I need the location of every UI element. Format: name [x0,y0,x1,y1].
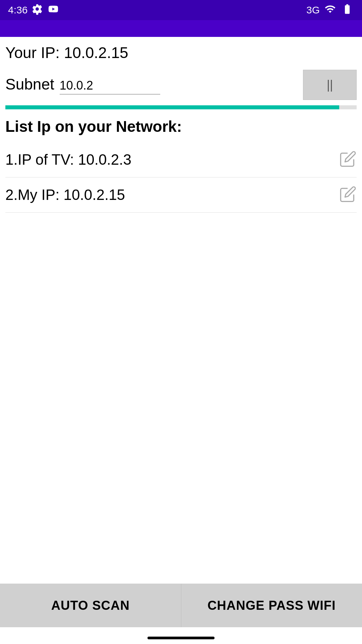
ip-item-text-1: 1.IP of TV: 10.0.2.3 [5,151,131,168]
edit-icon-2[interactable] [339,185,357,204]
progress-bar-fill [5,105,339,109]
top-bar [0,20,362,37]
status-right: 3G [306,3,354,17]
status-left: 4:36 [8,3,60,17]
battery-icon [341,3,354,17]
your-ip-label: Your IP: 10.0.2.15 [5,44,357,62]
subnet-left: Subnet [5,75,303,95]
edit-icon-1[interactable] [339,150,357,169]
ip-list-item-1: 1.IP of TV: 10.0.2.3 [5,142,357,177]
status-time: 4:36 [8,4,27,16]
list-header: List Ip on your Network: [5,117,357,136]
status-bar: 4:36 3G [0,0,362,20]
subnet-input[interactable] [60,78,160,95]
ip-list: 1.IP of TV: 10.0.2.3 2.My IP: 10.0.2.15 [5,142,357,213]
signal-icon [324,3,336,17]
main-content: Your IP: 10.0.2.15 Subnet || List Ip on … [0,37,362,213]
bottom-buttons: AUTO SCAN CHANGE PASS WIFI [0,584,362,627]
auto-scan-button[interactable]: AUTO SCAN [0,584,181,627]
subnet-row: Subnet || [5,70,357,100]
pause-button[interactable]: || [303,70,357,100]
subnet-label: Subnet [5,75,54,93]
change-pass-wifi-button[interactable]: CHANGE PASS WIFI [181,584,362,627]
network-type: 3G [306,4,320,16]
progress-bar-container [5,105,357,109]
gear-icon [32,3,43,17]
home-indicator [147,637,215,639]
ip-list-item-2: 2.My IP: 10.0.2.15 [5,177,357,213]
ip-item-text-2: 2.My IP: 10.0.2.15 [5,186,125,203]
youtube-icon [47,3,60,17]
